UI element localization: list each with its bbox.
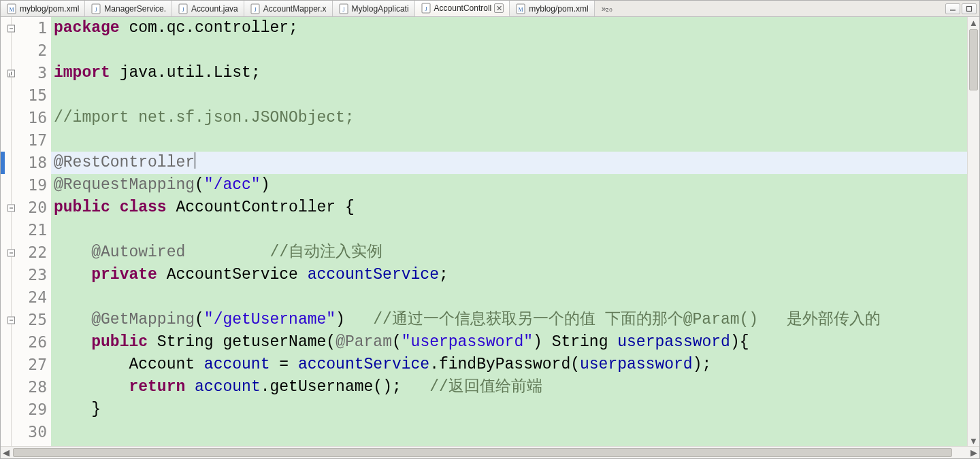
editor-tab[interactable]: JManagerService. — [85, 1, 172, 16]
code-token: AccountService — [167, 266, 298, 284]
scroll-up-icon[interactable]: ▲ — [968, 17, 979, 28]
minimize-button[interactable] — [945, 3, 960, 14]
code-line[interactable] — [51, 84, 967, 107]
code-token: @RequestMapping — [54, 176, 195, 194]
code-line[interactable]: @RestController — [51, 152, 967, 174]
code-line[interactable]: @GetMapping("/getUsername") //通过一个信息获取另一… — [51, 309, 967, 331]
editor-tab[interactable]: Mmyblog/pom.xml — [1, 1, 85, 16]
code-line[interactable]: public String getuserName(@Param("userpa… — [51, 331, 967, 354]
tab-label: ManagerService. — [104, 4, 166, 14]
vertical-scrollbar[interactable]: ▲ ▼ — [967, 17, 979, 446]
line-number[interactable]: 30 — [12, 421, 47, 443]
code-line[interactable]: @Autowired //自动注入实例 — [51, 241, 967, 264]
code-token: = — [270, 356, 297, 373]
code-token: //import net.sf.json.JSONObject; — [54, 109, 355, 126]
code-token — [110, 64, 120, 82]
code-line[interactable]: @RequestMapping("/acc") — [51, 174, 967, 197]
editor-tab[interactable]: JMyblogApplicati — [333, 1, 415, 16]
code-token: //通过一个信息获取另一个的值 下面的那个@Param() 是外部传入的 — [373, 311, 880, 328]
code-token: @GetMapping — [91, 311, 195, 328]
code-token — [185, 378, 195, 396]
line-number[interactable]: 26 — [12, 331, 47, 354]
line-number[interactable]: 15 — [12, 84, 47, 107]
code-line[interactable]: private AccountService accountService; — [51, 264, 967, 286]
line-number[interactable]: 22 — [12, 241, 47, 264]
code-line[interactable]: Account account = accountService.findByP… — [51, 354, 967, 376]
code-line[interactable]: public class AccountController { — [51, 197, 967, 219]
line-number[interactable]: 1 — [12, 17, 47, 39]
line-number[interactable]: 28 — [12, 376, 47, 398]
current-line-marker — [1, 152, 5, 174]
editor-window-buttons — [943, 1, 979, 16]
code-token: public — [54, 199, 110, 216]
editor-tab[interactable]: JAccountControll✕ — [415, 1, 510, 16]
code-line[interactable]: return account.getUsername(); //返回值给前端 — [51, 376, 967, 398]
code-line[interactable] — [51, 219, 967, 241]
code-token: AccountController — [176, 199, 336, 216]
code-token: . — [429, 356, 439, 373]
maximize-button[interactable] — [962, 3, 977, 14]
scroll-left-icon[interactable]: ◀ — [1, 447, 12, 458]
close-tab-icon[interactable]: ✕ — [494, 3, 504, 13]
code-token: String — [157, 333, 214, 351]
scroll-right-icon[interactable]: ▶ — [968, 447, 979, 458]
code-token: class — [120, 199, 167, 216]
scroll-down-icon[interactable]: ▼ — [968, 435, 979, 446]
editor-tab[interactable]: JAccountMapper.x — [244, 1, 333, 16]
code-line[interactable]: //import net.sf.json.JSONObject; — [51, 107, 967, 129]
code-editor[interactable]: package com.qc.controller;import java.ut… — [51, 17, 967, 446]
editor-tab[interactable]: JAccount.java — [172, 1, 244, 16]
code-token: ( — [570, 356, 580, 373]
svg-text:M: M — [9, 7, 14, 13]
code-token: "/getUsername" — [204, 311, 336, 328]
code-token: ; — [289, 19, 298, 37]
editor-tab[interactable]: Mmyblog/pom.xml — [510, 1, 594, 16]
code-token: package — [54, 19, 120, 37]
svg-text:J: J — [425, 6, 427, 12]
code-line[interactable]: } — [51, 398, 967, 421]
code-token: @Param — [336, 333, 392, 351]
code-line[interactable] — [51, 421, 967, 443]
horizontal-scrollbar[interactable]: ◀ ▶ — [1, 446, 979, 458]
line-number[interactable]: 16 — [12, 107, 47, 129]
line-number[interactable]: 23 — [12, 264, 47, 286]
tab-label: AccountControll — [434, 3, 492, 13]
code-line[interactable] — [51, 39, 967, 62]
line-number[interactable]: 20 — [12, 197, 47, 219]
editor-marker-bar — [1, 17, 12, 446]
line-number[interactable]: 21 — [12, 219, 47, 241]
line-number[interactable]: 27 — [12, 354, 47, 376]
tab-overflow-indicator[interactable]: »₂₀ — [598, 1, 617, 16]
code-token — [54, 266, 91, 284]
code-line[interactable] — [51, 286, 967, 309]
code-token: accountService — [298, 356, 429, 373]
code-line[interactable] — [51, 129, 967, 152]
vertical-scroll-thumb[interactable] — [969, 29, 978, 90]
code-token — [54, 243, 91, 261]
editor-tab-bar: Mmyblog/pom.xmlJManagerService.JAccount.… — [1, 1, 979, 17]
code-token: com.qc.controller — [129, 19, 289, 37]
code-token: ; — [251, 64, 261, 82]
code-token — [148, 333, 157, 351]
code-token: ( — [326, 333, 336, 351]
xml-file-icon: M — [515, 3, 526, 14]
java-file-icon: J — [178, 3, 189, 14]
line-number[interactable]: 18 — [12, 152, 47, 174]
code-token: findByPassword — [439, 356, 570, 373]
code-token: String — [552, 333, 608, 351]
line-number[interactable]: 24 — [12, 286, 47, 309]
line-number[interactable]: 29 — [12, 398, 47, 421]
code-token: ) — [533, 333, 552, 351]
code-token: getuserName — [223, 333, 327, 351]
code-line[interactable]: package com.qc.controller; — [51, 17, 967, 39]
tab-label: AccountMapper.x — [263, 4, 327, 14]
code-token — [54, 311, 91, 328]
tab-label: MyblogApplicati — [352, 4, 409, 14]
horizontal-scroll-thumb[interactable] — [13, 448, 952, 457]
line-number[interactable]: 3 — [12, 62, 47, 84]
line-number[interactable]: 2 — [12, 39, 47, 62]
line-number[interactable]: 19 — [12, 174, 47, 197]
line-number[interactable]: 17 — [12, 129, 47, 152]
code-line[interactable]: import java.util.List; — [51, 62, 967, 84]
line-number[interactable]: 25 — [12, 309, 47, 331]
